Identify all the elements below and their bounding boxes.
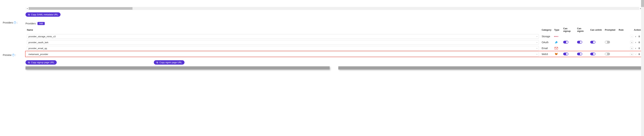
provider-name-select[interactable]: provider_storage_minio_s3▾ bbox=[27, 34, 539, 39]
col-header-type: Type bbox=[553, 26, 562, 33]
table-row: provider_email_qq▾Email∧∨🗑 bbox=[26, 45, 642, 51]
signin-preview-pane bbox=[338, 66, 642, 70]
move-down-button[interactable]: ∨ bbox=[634, 41, 637, 44]
provider-name-value: provider_storage_minio_s3 bbox=[28, 35, 56, 38]
col-header-rule: Rule bbox=[617, 26, 629, 33]
providers-table: Name Category Type Can signup Can signin… bbox=[26, 26, 642, 57]
preview-label: Preview ? : bbox=[3, 54, 26, 56]
providers-section-label: Providers bbox=[26, 22, 36, 25]
move-up-button: ∧ bbox=[630, 35, 633, 38]
lark-icon bbox=[554, 40, 558, 44]
move-up-button[interactable]: ∧ bbox=[630, 47, 633, 50]
provider-name-value: provider_oauth_lark bbox=[28, 41, 48, 44]
horizontal-scrollbar[interactable]: ◄ ► bbox=[26, 7, 642, 10]
minio-icon: MINIO bbox=[554, 36, 558, 37]
table-row: provider_storage_minio_s3▾StorageMINIO∧∨… bbox=[26, 33, 642, 39]
move-down-button[interactable]: ∨ bbox=[634, 47, 637, 50]
col-header-prompted: Prompted bbox=[604, 26, 617, 33]
can-unlink-switch[interactable] bbox=[590, 41, 596, 43]
col-header-category: Category bbox=[540, 26, 553, 33]
can-unlink-switch[interactable] bbox=[590, 53, 596, 55]
col-header-can-signin: Can signin bbox=[576, 26, 589, 33]
rule-cell bbox=[617, 45, 629, 51]
svg-rect-3 bbox=[28, 62, 30, 63]
provider-name-select[interactable]: provider_email_qq▾ bbox=[27, 46, 539, 50]
svg-rect-6 bbox=[156, 62, 158, 63]
table-row: metamask_provider▾Web3∧∨🗑 bbox=[26, 51, 642, 57]
metamask-icon bbox=[554, 52, 558, 56]
hscroll-track[interactable] bbox=[28, 7, 639, 10]
svg-rect-4 bbox=[28, 62, 29, 63]
chevron-down-icon: ▾ bbox=[536, 36, 537, 37]
chevron-down-icon: ▾ bbox=[536, 47, 537, 49]
preview-label-text: Preview bbox=[3, 54, 12, 56]
col-header-action: Action bbox=[629, 26, 642, 33]
can-signup-switch[interactable] bbox=[563, 41, 568, 43]
rule-cell bbox=[617, 51, 629, 57]
category-cell: Web3 bbox=[540, 51, 553, 57]
svg-rect-0 bbox=[28, 14, 30, 15]
move-down-button: ∨ bbox=[634, 53, 637, 56]
category-cell: Storage bbox=[540, 33, 553, 39]
rule-cell bbox=[617, 39, 629, 45]
col-header-can-unlink: Can unlink bbox=[589, 26, 604, 33]
delete-button[interactable]: 🗑 bbox=[638, 47, 641, 50]
provider-name-select[interactable]: provider_oauth_lark▾ bbox=[27, 40, 539, 45]
svg-rect-1 bbox=[28, 14, 29, 15]
can-signin-switch[interactable] bbox=[577, 53, 582, 55]
copy-icon bbox=[28, 61, 30, 63]
prompted-switch[interactable] bbox=[605, 41, 610, 43]
chevron-down-icon: ▾ bbox=[536, 41, 537, 43]
copy-icon bbox=[156, 61, 158, 63]
move-down-button[interactable]: ∨ bbox=[634, 35, 637, 38]
delete-button[interactable]: 🗑 bbox=[638, 41, 641, 44]
help-icon[interactable]: ? bbox=[12, 54, 14, 56]
copy-signup-page-label: Copy signup page URL bbox=[31, 61, 54, 64]
can-signin-switch[interactable] bbox=[577, 41, 582, 43]
delete-button[interactable]: 🗑 bbox=[638, 35, 641, 38]
category-cell: Email bbox=[540, 45, 553, 51]
col-header-name: Name bbox=[26, 26, 540, 33]
copy-signin-page-label: Copy signin page URL bbox=[159, 61, 182, 64]
hscroll-left-arrow-icon[interactable]: ◄ bbox=[26, 7, 28, 10]
providers-label-text: Providers bbox=[3, 21, 13, 24]
providers-label: Providers ? : bbox=[3, 21, 26, 24]
vertical-scrollbar[interactable] bbox=[641, 0, 644, 136]
copy-signin-page-button[interactable]: Copy signin page URL bbox=[154, 60, 184, 64]
provider-name-select[interactable]: metamask_provider▾ bbox=[27, 52, 539, 56]
help-icon[interactable]: ? bbox=[14, 21, 16, 24]
hscroll-thumb[interactable] bbox=[28, 7, 132, 10]
prompted-switch[interactable] bbox=[605, 53, 610, 55]
vscroll-thumb[interactable] bbox=[641, 0, 644, 7]
copy-signup-page-button[interactable]: Copy signup page URL bbox=[26, 60, 57, 64]
gmail-icon bbox=[554, 47, 558, 50]
svg-rect-5 bbox=[157, 62, 158, 63]
delete-button[interactable]: 🗑 bbox=[638, 53, 641, 56]
move-up-button[interactable]: ∧ bbox=[630, 41, 633, 44]
copy-icon bbox=[28, 14, 30, 16]
table-row: provider_oauth_lark▾OAuth∧∨🗑 bbox=[26, 39, 642, 45]
provider-name-value: provider_email_qq bbox=[28, 47, 47, 50]
copy-saml-metadata-button[interactable]: Copy SAML metadata URL bbox=[26, 12, 60, 17]
rule-cell bbox=[617, 33, 629, 39]
provider-name-value: metamask_provider bbox=[28, 53, 48, 55]
signup-preview-pane bbox=[26, 66, 330, 70]
copy-saml-metadata-label: Copy SAML metadata URL bbox=[31, 13, 58, 16]
empty-panel bbox=[26, 0, 642, 7]
col-header-can-signup: Can signup bbox=[562, 26, 576, 33]
category-cell: OAuth bbox=[540, 39, 553, 45]
chevron-down-icon: ▾ bbox=[536, 53, 537, 55]
add-button[interactable]: Add bbox=[38, 22, 44, 25]
can-signup-switch[interactable] bbox=[563, 53, 568, 55]
move-up-button[interactable]: ∧ bbox=[630, 53, 633, 56]
